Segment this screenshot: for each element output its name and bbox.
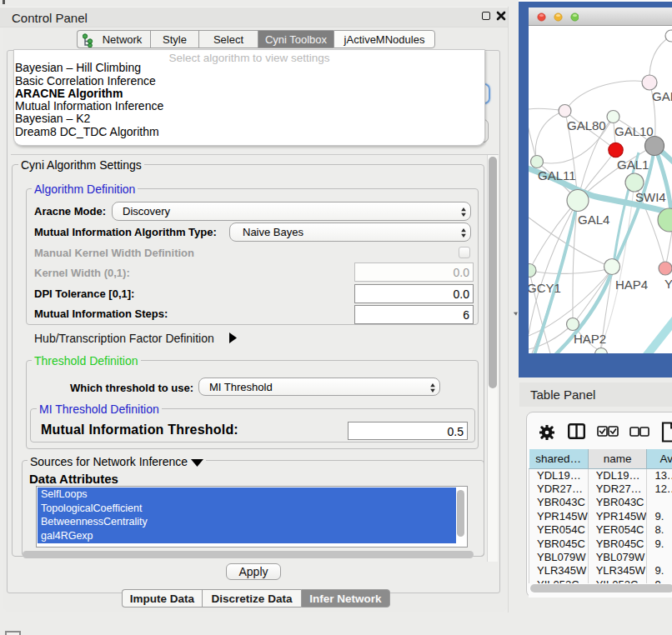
svg-text:GAL4: GAL4 xyxy=(578,212,609,227)
svg-text:HAP4: HAP4 xyxy=(615,278,648,292)
svg-text:GCY1: GCY1 xyxy=(529,281,561,295)
svg-text:GAL11: GAL11 xyxy=(538,168,576,182)
svg-text:HAP2: HAP2 xyxy=(574,332,606,346)
svg-text:SWI4: SWI4 xyxy=(635,190,666,204)
svg-text:YD: YD xyxy=(664,277,672,291)
svg-text:GAL2: GAL2 xyxy=(652,89,672,103)
svg-text:GAL80: GAL80 xyxy=(567,118,606,132)
svg-text:GAL10: GAL10 xyxy=(614,124,654,138)
svg-text:GAL1: GAL1 xyxy=(617,158,649,172)
